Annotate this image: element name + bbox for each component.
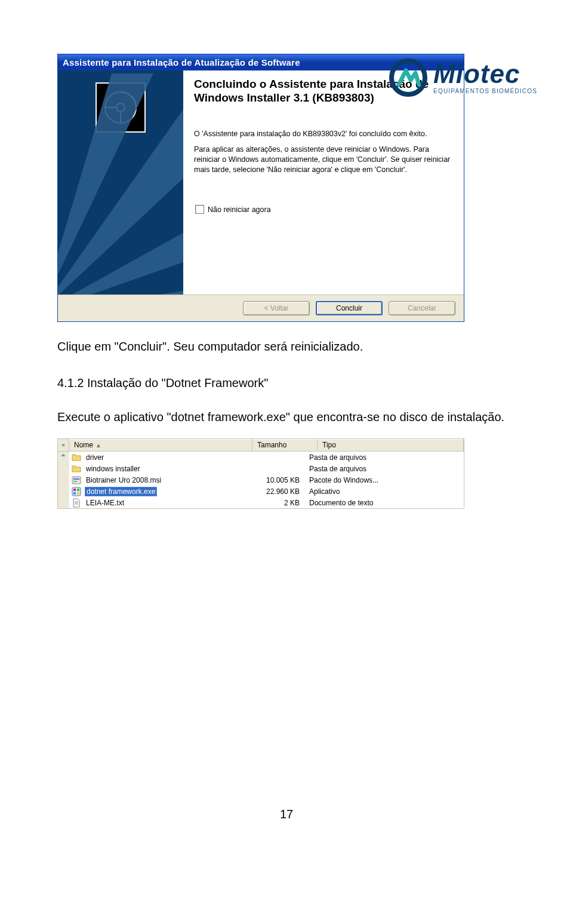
file-row[interactable]: dotnet framework.exe22.960 KBAplicativo: [69, 486, 464, 497]
sort-asc-icon: ▲: [96, 442, 101, 449]
exe-icon: [72, 487, 81, 496]
logo-mark-icon: [389, 59, 427, 97]
file-row[interactable]: LEIA-ME.txt2 KBDocumento de texto: [69, 497, 464, 508]
file-name: LEIA-ME.txt: [85, 499, 125, 507]
file-row[interactable]: Biotrainer Uro 2008.msi10.005 KBPacote d…: [69, 474, 464, 486]
no-restart-checkbox[interactable]: [195, 205, 204, 214]
back-button: < Voltar: [243, 301, 310, 315]
column-header-type[interactable]: Tipo: [318, 439, 464, 451]
wizard-para-1: O 'Assistente para instalação do KB89380…: [194, 129, 452, 139]
column-header-name-label: Nome: [74, 441, 93, 449]
page-number: 17: [0, 808, 573, 839]
column-header-size[interactable]: Tamanho: [252, 439, 318, 451]
cd-icon: [96, 82, 146, 133]
svg-rect-7: [73, 481, 77, 482]
svg-rect-11: [73, 492, 76, 495]
wizard-sidebar-graphic: [58, 70, 183, 294]
file-list-header: × Nome ▲ Tamanho Tipo: [58, 439, 464, 452]
finish-button[interactable]: Concluir: [316, 301, 383, 315]
txt-icon: [72, 498, 81, 508]
file-type: Aplicativo: [306, 487, 464, 496]
svg-rect-9: [73, 489, 76, 491]
svg-rect-12: [77, 492, 79, 495]
file-type: Pasta de arquivos: [306, 453, 464, 462]
msi-icon: [72, 475, 81, 485]
file-size: 22.960 KB: [245, 487, 306, 496]
file-name: dotnet framework.exe: [85, 487, 157, 496]
svg-rect-10: [77, 489, 79, 491]
svg-rect-6: [73, 478, 79, 480]
brand-logo: Miotec EQUIPAMENTOS BIOMÉDICOS: [389, 59, 537, 97]
svg-point-2: [116, 103, 125, 112]
close-header-icon[interactable]: ×: [58, 439, 69, 451]
file-type: Documento de texto: [306, 499, 464, 507]
folder-icon: [72, 464, 81, 474]
logo-sub-text: EQUIPAMENTOS BIOMÉDICOS: [433, 88, 537, 94]
svg-rect-5: [72, 477, 81, 484]
logo-brand-text: Miotec: [433, 61, 537, 87]
doc-section-heading: 4.1.2 Instalação do "Dotnet Framework": [57, 376, 516, 390]
file-row[interactable]: windows installerPasta de arquivos: [69, 463, 464, 474]
file-type: Pacote do Windows...: [306, 476, 464, 484]
wizard-button-bar: < Voltar Concluir Cancelar: [58, 294, 464, 321]
column-header-name[interactable]: Nome ▲: [69, 439, 252, 451]
doc-line-1: Clique em "Concluir". Seu computador ser…: [57, 339, 516, 355]
wizard-para-2: Para aplicar as alterações, o assistente…: [194, 145, 452, 175]
no-restart-label: Não reiniciar agora: [208, 205, 271, 214]
file-name: windows installer: [85, 465, 141, 473]
scroll-up-button[interactable]: [58, 452, 69, 508]
file-size: 10.005 KB: [245, 476, 306, 484]
file-list-panel: × Nome ▲ Tamanho Tipo driverPasta de arq…: [57, 438, 464, 509]
file-name: driver: [85, 453, 105, 462]
file-name: Biotrainer Uro 2008.msi: [85, 476, 162, 484]
file-size: 2 KB: [245, 499, 306, 507]
file-row[interactable]: driverPasta de arquivos: [69, 452, 464, 463]
cancel-button: Cancelar: [389, 301, 455, 315]
file-type: Pasta de arquivos: [306, 465, 464, 473]
doc-paragraph: Execute o aplicativo "dotnet framework.e…: [57, 410, 516, 424]
folder-icon: [72, 453, 81, 462]
